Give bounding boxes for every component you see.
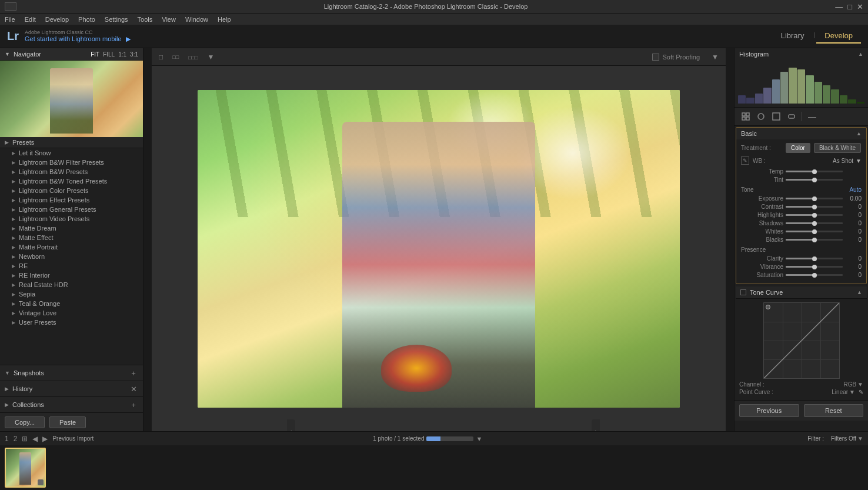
snapshots-header[interactable]: ▼ Snapshots +: [0, 365, 143, 381]
view-mode-dropdown[interactable]: ▼: [205, 52, 216, 62]
vibrance-slider[interactable]: [786, 266, 843, 268]
nav-3-1[interactable]: 3:1: [130, 51, 138, 58]
nav-fit[interactable]: FIT: [91, 51, 99, 58]
tint-slider[interactable]: [786, 179, 843, 181]
navigator-header[interactable]: ▼ Navigator FIT FILL 1:1 3:1: [0, 48, 143, 61]
filmstrip-grid-2[interactable]: 2: [14, 435, 18, 443]
tc-point-dropdown[interactable]: Linear ▼: [832, 389, 855, 395]
view-mode-compare[interactable]: □□□: [186, 52, 200, 62]
filmstrip-dropdown-arrow[interactable]: ▼: [476, 435, 482, 442]
filmstrip-filter-dropdown[interactable]: Filters Off ▼: [831, 435, 863, 442]
redeye-icon[interactable]: [785, 110, 798, 123]
contrast-thumb[interactable]: [812, 205, 817, 209]
filmstrip-grid-1[interactable]: 1: [5, 435, 9, 443]
preset-item[interactable]: ▶Lightroom Video Presets: [0, 214, 143, 224]
filmstrip-prev-nav[interactable]: ◀: [32, 435, 38, 443]
view-mode-single[interactable]: □: [156, 52, 165, 62]
wb-picker-icon[interactable]: ✎: [741, 156, 749, 165]
preset-item[interactable]: ▶Let it Snow: [0, 148, 143, 158]
preset-item[interactable]: ▶Vintage Love: [0, 308, 143, 318]
menu-edit[interactable]: Edit: [25, 16, 36, 23]
whites-slider[interactable]: [786, 231, 843, 232]
menu-photo[interactable]: Photo: [78, 16, 95, 23]
histogram-header[interactable]: Histogram ▲: [735, 48, 868, 60]
tone-curve-header[interactable]: Tone Curve ▲: [736, 286, 867, 299]
whites-thumb[interactable]: [812, 229, 817, 234]
preset-item[interactable]: ▶User Presets: [0, 318, 143, 327]
color-button[interactable]: Color: [786, 143, 810, 153]
exposure-slider[interactable]: [786, 198, 843, 199]
shadows-thumb[interactable]: [812, 221, 817, 226]
previous-button[interactable]: Previous: [739, 404, 799, 417]
clarity-slider[interactable]: [786, 258, 843, 259]
tc-edit-icon[interactable]: ✎: [859, 389, 863, 395]
filmstrip-dropdown[interactable]: ▼: [709, 52, 721, 62]
history-close-button[interactable]: ✕: [129, 384, 138, 394]
menu-view[interactable]: View: [162, 16, 176, 23]
titlebar-controls[interactable]: — □ ✕: [835, 2, 863, 11]
tone-curve-canvas[interactable]: [763, 302, 840, 379]
preset-item[interactable]: ▶Lightroom Effect Presets: [0, 195, 143, 205]
saturation-thumb[interactable]: [812, 273, 817, 278]
preset-item[interactable]: ▶Lightroom B&W Presets: [0, 167, 143, 176]
cta-text[interactable]: Get started with Lightroom mobile ▶: [25, 35, 131, 43]
paste-button[interactable]: Paste: [49, 416, 86, 428]
menu-tools[interactable]: Tools: [138, 16, 153, 23]
preset-item[interactable]: ▶Teal & Orange: [0, 299, 143, 308]
temp-slider[interactable]: [786, 171, 843, 172]
preset-item[interactable]: ▶Lightroom B&W Filter Presets: [0, 158, 143, 167]
module-develop[interactable]: Develop: [816, 29, 861, 44]
copy-button[interactable]: Copy...: [5, 416, 45, 428]
menu-window[interactable]: Window: [185, 16, 208, 23]
highlights-slider[interactable]: [786, 214, 843, 216]
maximize-button[interactable]: □: [847, 2, 852, 11]
reset-button[interactable]: Reset: [804, 404, 864, 417]
preset-item[interactable]: ▶RE: [0, 261, 143, 271]
presets-group-toggle[interactable]: ▶ Presets: [0, 137, 143, 148]
tint-thumb[interactable]: [812, 178, 817, 182]
exposure-thumb[interactable]: [812, 196, 817, 201]
preset-item[interactable]: ▶Matte Portrait: [0, 242, 143, 252]
gradient-icon[interactable]: —: [806, 110, 819, 123]
minimize-button[interactable]: —: [835, 2, 843, 11]
spot-remove-icon[interactable]: [770, 110, 783, 123]
crop-tool-icon[interactable]: [755, 110, 767, 123]
grid-tool-icon[interactable]: [739, 110, 752, 123]
saturation-slider[interactable]: [786, 274, 843, 276]
preset-item[interactable]: ▶RE Interior: [0, 271, 143, 280]
clarity-thumb[interactable]: [812, 256, 817, 261]
filmstrip-grid-icon[interactable]: ⊞: [22, 435, 28, 443]
preset-item[interactable]: ▶Matte Dream: [0, 224, 143, 233]
bw-button[interactable]: Black & White: [814, 143, 861, 153]
filmstrip-next-nav[interactable]: ▶: [42, 435, 48, 443]
wb-dropdown[interactable]: As Shot ▼: [833, 158, 862, 164]
preset-item[interactable]: ▶Lightroom B&W Toned Presets: [0, 176, 143, 186]
left-panel-collapse[interactable]: ‹: [287, 419, 295, 431]
menu-file[interactable]: File: [5, 16, 15, 23]
preset-item[interactable]: ▶Sepia: [0, 289, 143, 299]
highlights-thumb[interactable]: [812, 213, 817, 218]
collections-add-button[interactable]: +: [129, 400, 138, 409]
auto-button[interactable]: Auto: [849, 186, 862, 193]
preset-item[interactable]: ▶Lightroom General Presets: [0, 205, 143, 214]
temp-thumb[interactable]: [812, 169, 817, 174]
tc-channel-dropdown[interactable]: RGB ▼: [843, 381, 863, 388]
menu-settings[interactable]: Settings: [105, 16, 128, 23]
right-panel-collapse[interactable]: ›: [592, 419, 600, 431]
contrast-slider[interactable]: [786, 206, 843, 208]
module-library[interactable]: Library: [773, 29, 813, 44]
close-button[interactable]: ✕: [857, 2, 863, 11]
nav-1-1[interactable]: 1:1: [118, 51, 126, 58]
view-mode-grid[interactable]: □□: [170, 53, 181, 61]
blacks-slider[interactable]: [786, 239, 843, 241]
soft-proofing-checkbox[interactable]: [652, 54, 659, 61]
basic-panel-header[interactable]: Basic ▲: [736, 128, 866, 139]
menu-develop[interactable]: Develop: [45, 16, 69, 23]
blacks-thumb[interactable]: [812, 238, 817, 242]
nav-fill[interactable]: FILL: [103, 51, 115, 58]
history-header[interactable]: ▶ History ✕: [0, 381, 143, 396]
collections-header[interactable]: ▶ Collections +: [0, 397, 143, 412]
preset-item[interactable]: ▶Newborn: [0, 252, 143, 261]
filmstrip-thumb-1[interactable]: [5, 448, 46, 488]
vibrance-thumb[interactable]: [812, 265, 817, 269]
